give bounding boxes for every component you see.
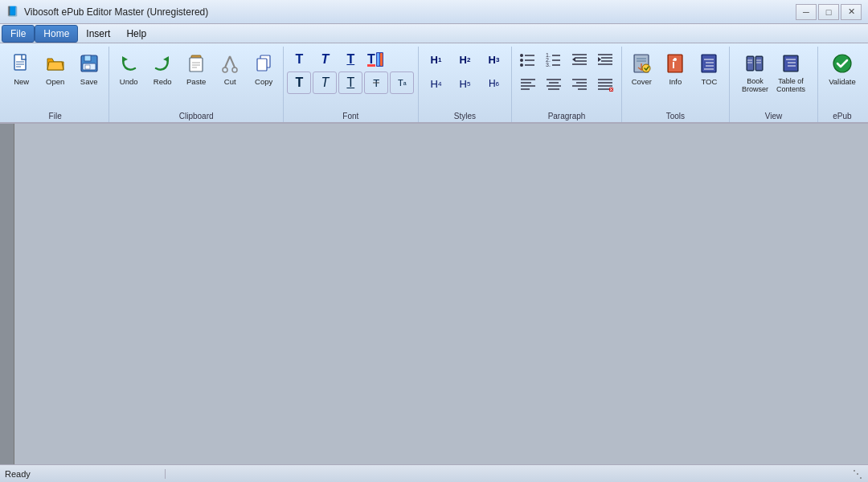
paste-icon	[183, 51, 209, 76]
svg-point-15	[223, 67, 227, 72]
svg-marker-8	[122, 56, 128, 62]
book-browser-button[interactable]: Book Browser	[739, 48, 772, 96]
status-bar: Ready ⋱	[0, 464, 868, 482]
undo-button[interactable]: Undo	[113, 48, 145, 88]
minimize-button[interactable]: ─	[796, 4, 817, 20]
svg-rect-22	[367, 64, 375, 67]
svg-point-95	[833, 55, 851, 72]
ribbon-group-tools: Cover i Info	[622, 47, 730, 122]
epub-group-label: ePub	[833, 110, 851, 122]
redo-icon	[149, 51, 175, 76]
info-button[interactable]: i Info	[659, 48, 691, 88]
svg-rect-5	[84, 55, 91, 61]
menu-help[interactable]: Help	[118, 25, 154, 43]
open-label: Open	[46, 77, 64, 86]
title-bar: 📘 Vibosoft ePub Editor Master (Unregiste…	[0, 0, 868, 24]
h2-button[interactable]: H2	[451, 48, 478, 71]
paste-label: Paste	[186, 77, 206, 86]
svg-rect-20	[257, 59, 267, 71]
svg-marker-9	[163, 56, 169, 62]
cover-button[interactable]: Cover	[625, 48, 657, 88]
save-button[interactable]: Save	[73, 48, 105, 88]
open-button[interactable]: Open	[39, 48, 72, 88]
info-icon: i	[662, 51, 688, 76]
maximize-button[interactable]: □	[818, 4, 839, 20]
unordered-list-button[interactable]	[516, 48, 540, 71]
table-of-contents-label: Table of Contents	[776, 77, 805, 93]
font-italic-button[interactable]: T	[313, 48, 337, 71]
window-controls: ─ □ ✕	[796, 4, 862, 20]
font-bold-button[interactable]: T	[287, 48, 311, 71]
toc-button[interactable]: TOC	[693, 48, 725, 88]
table-of-contents-icon	[778, 51, 804, 76]
h1-button[interactable]: H1	[422, 48, 449, 71]
copy-label: Copy	[255, 77, 272, 86]
svg-rect-7	[85, 65, 90, 69]
paragraph-buttons: 1. 2. 3.	[514, 47, 619, 110]
ribbon-group-font: T T T T	[284, 47, 419, 122]
tools-group-label: Tools	[666, 110, 685, 122]
svg-line-18	[230, 56, 235, 67]
h4-button[interactable]: H4	[422, 72, 449, 95]
outdent-button[interactable]	[567, 48, 592, 71]
svg-rect-25	[380, 53, 383, 66]
new-label: New	[14, 77, 29, 86]
cover-icon	[628, 51, 654, 76]
menu-bar: File Home Insert Help	[0, 24, 868, 43]
open-icon	[43, 51, 68, 76]
svg-rect-24	[377, 53, 379, 66]
font-italic2-button[interactable]: T	[313, 71, 337, 94]
align-justify-button[interactable]	[593, 72, 617, 95]
svg-text:T: T	[367, 52, 375, 66]
svg-marker-47	[598, 57, 601, 62]
h6-button[interactable]: H6	[480, 72, 507, 95]
book-browser-icon	[742, 51, 768, 76]
view-group-label: View	[765, 110, 783, 122]
validate-button[interactable]: Validate	[825, 48, 859, 88]
h5-button[interactable]: H5	[451, 72, 478, 95]
undo-icon	[116, 51, 141, 76]
font-group-label: Font	[342, 110, 358, 122]
resize-handle: ⋱	[852, 468, 863, 480]
app-icon: 📘	[6, 6, 19, 18]
left-sidebar	[0, 124, 14, 464]
ribbon: New Open	[0, 43, 868, 124]
status-right: ⋱	[166, 468, 863, 480]
menu-file[interactable]: File	[2, 25, 35, 43]
svg-rect-91	[784, 56, 797, 71]
ribbon-content: New Open	[0, 43, 868, 122]
menu-insert[interactable]: Insert	[78, 25, 118, 43]
indent-button[interactable]	[593, 48, 617, 71]
close-button[interactable]: ✕	[841, 4, 862, 20]
copy-button[interactable]: Copy	[248, 48, 280, 88]
font-bold2-button[interactable]: T	[287, 71, 311, 94]
h3-button[interactable]: H3	[480, 48, 507, 71]
paste-button[interactable]: Paste	[180, 48, 212, 88]
font-underline2-button[interactable]: T	[338, 71, 362, 94]
align-right-button[interactable]	[567, 72, 592, 95]
font-underline-button[interactable]: T	[338, 48, 362, 71]
font-color-button[interactable]: T	[364, 48, 388, 71]
cut-icon	[217, 51, 243, 76]
svg-line-17	[225, 56, 230, 67]
font-sub-button[interactable]: Ta	[390, 71, 414, 94]
font-strikethrough-button[interactable]: T	[364, 71, 388, 94]
file-buttons: New Open	[4, 47, 107, 110]
tools-buttons: Cover i Info	[624, 47, 727, 110]
cut-button[interactable]: Cut	[214, 48, 246, 88]
table-of-contents-button[interactable]: Table of Contents	[773, 48, 809, 96]
svg-marker-42	[572, 57, 575, 62]
clipboard-group-label: Clipboard	[179, 110, 214, 122]
align-left-button[interactable]	[516, 72, 540, 95]
menu-home[interactable]: Home	[35, 25, 78, 43]
styles-group-label: Styles	[454, 110, 476, 122]
svg-point-71	[642, 64, 650, 72]
align-center-button[interactable]	[542, 72, 566, 95]
ordered-list-button[interactable]: 1. 2. 3.	[542, 48, 566, 71]
font-buttons: T T T T	[285, 47, 416, 110]
ribbon-group-styles: H1 H2 H3 H4 H5 H6 Styles	[419, 47, 513, 122]
svg-rect-85	[756, 57, 762, 70]
redo-button[interactable]: Redo	[146, 48, 178, 88]
new-button[interactable]: New	[6, 48, 38, 88]
clipboard-buttons: Undo Redo	[111, 47, 281, 110]
